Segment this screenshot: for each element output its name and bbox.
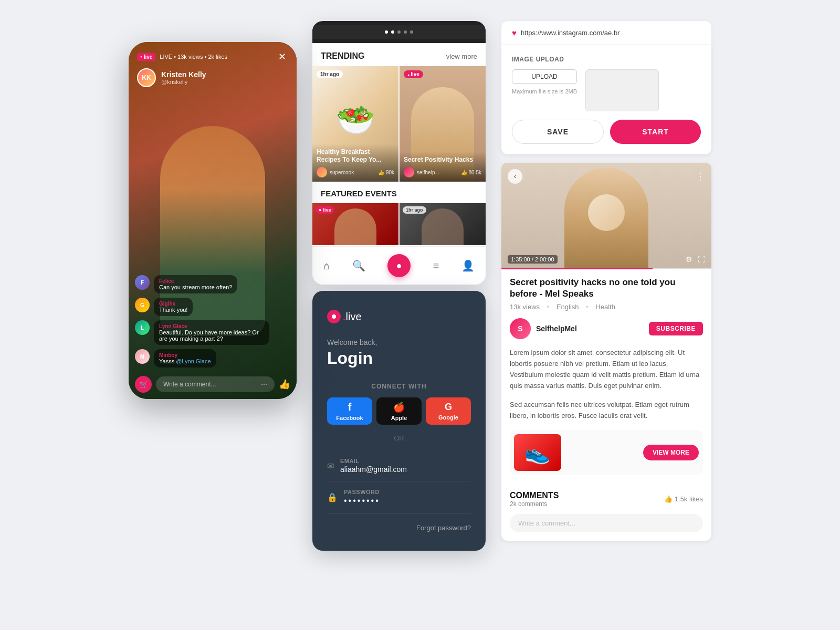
view-more-link[interactable]: view more [446,52,477,60]
comments-count: 2k comments [510,500,559,508]
featured-card-1[interactable]: ●live [312,203,398,245]
trending-header: TRENDING view more [312,43,486,66]
comment-item: G Gigihx Thank you! [135,298,290,316]
trending-title: TRENDING [321,51,365,61]
fullscreen-icon[interactable]: ⛶ [698,255,705,264]
language: English [556,303,579,311]
comment-bubble: Minboy Yasss @Lynn Glace [154,349,216,368]
instagram-link[interactable]: https://www.instagram.com/ae.br [521,29,620,37]
apple-login-button[interactable]: 🍎 Apple [376,397,422,425]
comment-avatar: F [135,275,150,290]
comment-avatar: M [135,349,150,364]
forgot-password-link[interactable]: Forgot password? [327,524,471,532]
avatar-inner: F [135,275,150,290]
google-label: Google [438,414,458,421]
lock-icon: 🔒 [327,492,338,502]
likes-count: 👍 90k [378,170,394,175]
comment-text: Yasss @Lynn Glace [159,358,211,364]
channel-avatar [404,167,414,177]
comment-bubble: Gigihx Thank you! [154,298,193,316]
facebook-login-button[interactable]: f Facebook [327,397,372,425]
like-button[interactable]: 👍 [279,379,290,390]
likes-value: 1.5k likes [675,495,703,503]
nav-search[interactable]: 🔍 [346,257,372,274]
save-button[interactable]: SAVE [512,120,604,144]
image-upload-section: IMAGE UPLOAD UPLOAD Maximum file size is… [501,45,711,154]
write-comment-input[interactable]: Write a comment... [510,514,703,532]
phone-header: live LIVE • 13k views • 2k likes ✕ [129,42,297,71]
view-count: 13k views [510,303,540,311]
facebook-icon: f [348,401,352,413]
video-description-1: Lorem ipsum dolor sit amet, consectetur … [510,348,703,391]
comment-bubble: Felice Can you stream more often? [154,275,237,293]
password-row: 🔒 PASSWORD •••••••• [327,481,471,513]
card-bottom-overlay: Secret Positivity Hacks selfhelp... 👍 80… [400,152,486,182]
comment-input[interactable]: Write a comment... ⋯ [156,376,275,392]
comment-bubble: Lynn Glace Beautiful. Do you have more i… [154,320,269,345]
email-icon: ✉ [327,461,334,471]
dot-1 [385,30,388,34]
menu-icon: ≡ [433,260,439,272]
featured-card-2[interactable]: 1hr ago [400,203,486,245]
video-title: Secret positivity hacks no one told you … [510,277,703,300]
nav-menu[interactable]: ≡ [427,258,446,274]
back-button[interactable]: ‹ [508,169,522,184]
video-setting-icons: ⚙ ⛶ [686,255,705,264]
email-value[interactable]: aliaahm@gmail.com [340,465,471,474]
streamer-handle: @kriskelly [161,79,206,85]
trending-card-2[interactable]: live Secret Positivity Hacks selfhelp...… [400,66,486,182]
password-value[interactable]: •••••••• [344,496,471,506]
google-login-button[interactable]: G Google [426,397,471,425]
trending-grid: 1hr ago Healthy Breakfast Recipes To Kee… [312,66,486,182]
comment-text: Can you stream more often? [159,284,232,290]
upload-button[interactable]: UPLOAD [512,69,577,84]
settings-icon[interactable]: ⚙ [686,255,692,264]
avatar-inner: M [135,349,150,364]
user-avatar-input: 🛒 [135,376,152,393]
avatar-inner: L [135,320,150,335]
separator: • [547,303,550,311]
streamer-avatar: KK [137,68,156,87]
home-icon: ⌂ [323,260,330,272]
slide-indicators [312,21,486,43]
email-input-col: EMAIL aliaahm@gmail.com [340,458,471,474]
password-label: PASSWORD [344,489,471,495]
or-divider: OR [327,434,471,442]
more-options-icon[interactable]: ⋯ [261,381,267,388]
channel-avatar: S [510,318,531,339]
card-bottom-overlay: Healthy Breakfast Recipes To Keep Yo... … [312,144,398,182]
nav-live[interactable]: ● [381,252,417,279]
comment-item: L Lynn Glace Beautiful. Do you have more… [135,320,290,345]
more-options-button[interactable]: ⋮ [696,171,705,182]
live-button[interactable]: ● [387,254,411,277]
person-head [588,194,625,231]
view-more-button[interactable]: VIEW MORE [643,445,699,460]
upload-controls: UPLOAD Maximum file size is 2MB [512,69,577,94]
comments-area: F Felice Can you stream more often? G Gi… [129,275,297,368]
live-badge: live [137,53,155,61]
login-logo: .live [327,310,471,323]
nav-home[interactable]: ⌂ [317,258,336,274]
profile-icon: 👤 [461,259,475,272]
featured-events-header: FEATURED EVENTS [312,182,486,203]
featured-ago-badge: 1hr ago [403,206,426,214]
streamer-name: Kristen Kelly [161,70,206,79]
logo-text: .live [343,311,362,323]
time-badge: 1hr ago [317,70,343,78]
close-button[interactable]: ✕ [276,50,288,63]
logo-dot [327,310,341,323]
subscribe-button[interactable]: SUBSCRIBE [649,322,703,335]
dot-3 [397,30,401,34]
right-panel: ♥ https://www.instagram.com/ae.br IMAGE … [501,21,711,541]
start-button[interactable]: START [610,120,701,144]
comments-likes: 👍 1.5k likes [664,495,703,503]
nav-profile[interactable]: 👤 [455,257,481,274]
upload-preview [585,69,659,111]
comment-avatar: L [135,320,150,335]
channel-name: selfhelp... [417,170,439,175]
video-progress-bar[interactable] [501,268,711,269]
input-placeholder: Write a comment... [163,381,216,388]
trending-card-1[interactable]: 1hr ago Healthy Breakfast Recipes To Kee… [312,66,398,182]
video-controls: ‹ ⋮ [508,169,705,184]
welcome-text: Welcome back, [327,338,471,346]
